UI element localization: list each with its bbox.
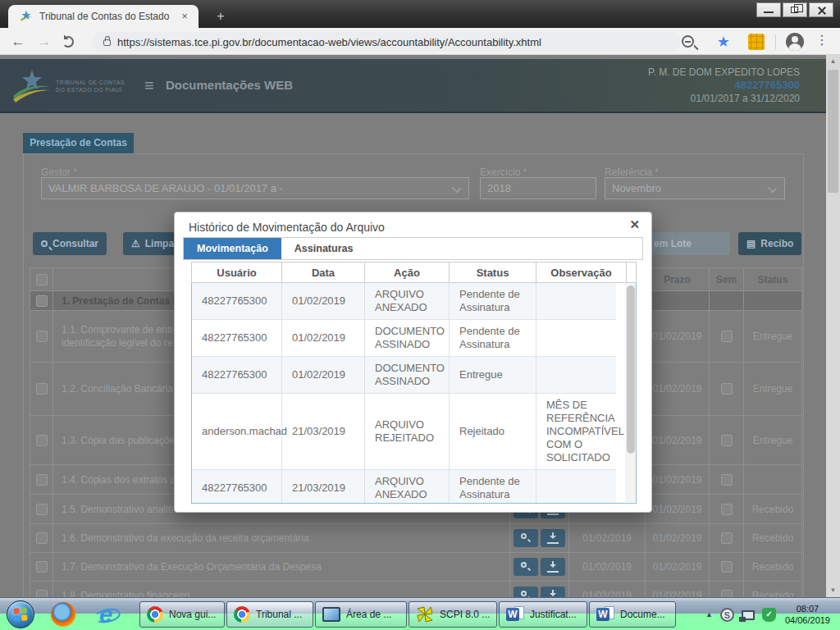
url-text: https://sistemas.tce.pi.gov.br/documenta… bbox=[117, 36, 541, 48]
system-tray: ▲ S ✓ 08:07 04/06/2019 bbox=[705, 598, 837, 630]
row-checkbox[interactable] bbox=[36, 295, 48, 307]
sem-checkbox[interactable] bbox=[721, 435, 733, 446]
exercicio-input[interactable]: 2018 bbox=[480, 177, 596, 199]
logo-caption: TRIBUNAL DE CONTAS DO ESTADO DO PIAUÍ bbox=[56, 79, 125, 94]
row-checkbox[interactable] bbox=[36, 331, 48, 342]
entity-code: 48227765300 bbox=[648, 79, 800, 92]
tab-close-icon[interactable]: × bbox=[177, 9, 192, 24]
view-file-button[interactable] bbox=[514, 587, 538, 598]
table-row[interactable]: 1.8. Demonstrativo financeiro 01/02/2019… bbox=[30, 582, 801, 597]
clock-date: 04/06/2019 bbox=[785, 614, 830, 626]
exercicio-label: Exercício * bbox=[480, 167, 527, 178]
row-checkbox[interactable] bbox=[36, 561, 48, 573]
scpi-pinwheel-icon bbox=[416, 605, 434, 623]
row-checkbox[interactable] bbox=[36, 590, 48, 598]
browser-toolbar: ← → https://sistemas.tce.pi.gov.br/docum… bbox=[0, 28, 840, 55]
hamburger-menu-icon[interactable]: ≡ bbox=[144, 76, 154, 95]
chrome-icon bbox=[234, 606, 250, 623]
scrollbar-thumb[interactable] bbox=[828, 70, 838, 193]
word-icon: W bbox=[596, 606, 614, 623]
row-checkbox[interactable] bbox=[36, 383, 48, 395]
windows-flag-icon bbox=[13, 607, 27, 621]
tab-movimentacao[interactable]: Movimentação bbox=[184, 238, 281, 259]
row-checkbox[interactable] bbox=[36, 474, 48, 486]
tab-title: Tribunal de Contas do Estado bbox=[39, 11, 177, 22]
table-row[interactable]: 1.7. Demonstrativo da Execução Orçamentá… bbox=[30, 553, 801, 582]
firefox-icon[interactable] bbox=[51, 602, 75, 627]
table-row[interactable]: 4822776530021/03/2019 ARQUIVO ANEXADOPen… bbox=[192, 470, 616, 504]
taskbar-item-tribunal[interactable]: Tribunal ... bbox=[226, 601, 313, 628]
window-minimize-button[interactable] bbox=[756, 2, 781, 17]
tab-prestacao-de-contas[interactable]: Prestação de Contas bbox=[23, 133, 134, 153]
toolbar-divider bbox=[775, 34, 776, 49]
modal-scrollbar-thumb[interactable] bbox=[627, 285, 635, 454]
extension-icon[interactable] bbox=[748, 34, 765, 50]
table-row[interactable]: 4822776530001/02/2019 DOCUMENTO ASSINADO… bbox=[192, 357, 616, 394]
bookmark-star-icon[interactable]: ★ bbox=[717, 33, 730, 51]
warning-icon: ⚠ bbox=[131, 238, 140, 249]
word-icon: W bbox=[506, 606, 524, 623]
referencia-select[interactable]: Novembro bbox=[605, 177, 785, 199]
modal-tabbar: Movimentação Assinaturas bbox=[183, 237, 643, 260]
sem-checkbox[interactable] bbox=[721, 474, 733, 486]
page-scrollbar[interactable]: ▲ ▼ bbox=[826, 55, 840, 597]
view-file-button[interactable] bbox=[514, 558, 538, 576]
sem-checkbox[interactable] bbox=[721, 383, 733, 395]
recibo-button[interactable]: ▤ Recibo bbox=[738, 232, 801, 255]
sem-checkbox[interactable] bbox=[721, 561, 733, 573]
window-restore-button[interactable] bbox=[783, 2, 807, 17]
sem-checkbox[interactable] bbox=[721, 590, 733, 598]
profile-avatar[interactable] bbox=[786, 33, 804, 51]
taskbar-clock[interactable]: 08:07 04/06/2019 bbox=[783, 603, 837, 626]
table-row[interactable]: 4822776530001/02/2019 ARQUIVO ANEXADOPen… bbox=[192, 283, 616, 320]
table-row[interactable]: anderson.machad21/03/2019 ARQUIVO REJEIT… bbox=[192, 394, 616, 470]
tce-logo bbox=[11, 65, 52, 106]
tab-assinaturas[interactable]: Assinaturas bbox=[281, 238, 367, 259]
gestor-select[interactable]: VALMIR BARBOSA DE ARAUJO - 01/01/2017 a … bbox=[41, 177, 469, 199]
taskbar-item-nova-guia[interactable]: Nova gui... bbox=[139, 601, 225, 628]
back-icon[interactable]: ← bbox=[8, 32, 28, 52]
row-checkbox[interactable] bbox=[36, 504, 48, 515]
reload-icon[interactable] bbox=[62, 36, 74, 48]
tray-s-icon[interactable]: S bbox=[720, 608, 734, 622]
taskbar-item-word-documento[interactable]: W Docume... bbox=[589, 601, 676, 628]
taskbar-item-word-justificativa[interactable]: W Justificat... bbox=[499, 601, 587, 628]
network-icon[interactable] bbox=[742, 610, 755, 620]
address-bar[interactable]: https://sistemas.tce.pi.gov.br/documenta… bbox=[92, 32, 681, 52]
entity-name: P. M. DE DOM EXPEDITO LOPES bbox=[648, 66, 800, 79]
scroll-down-icon[interactable]: ▼ bbox=[826, 584, 840, 597]
consultar-button[interactable]: Consultar bbox=[33, 232, 107, 255]
tray-expand-icon[interactable]: ▲ bbox=[705, 610, 713, 619]
browser-titlebar: Tribunal de Contas do Estado × + bbox=[0, 0, 840, 28]
search-icon bbox=[41, 240, 48, 247]
table-row[interactable]: 4822776530001/02/2019 DOCUMENTO ASSINADO… bbox=[192, 320, 616, 357]
browser-menu-icon[interactable]: ⋮ bbox=[815, 32, 829, 48]
taskbar-item-scpi[interactable]: SCPI 8.0 ... bbox=[409, 601, 497, 628]
view-file-button[interactable] bbox=[514, 529, 538, 547]
download-file-button[interactable] bbox=[541, 587, 565, 598]
zoom-icon[interactable] bbox=[682, 35, 694, 48]
sem-checkbox[interactable] bbox=[721, 504, 733, 515]
download-file-button[interactable] bbox=[541, 558, 565, 576]
taskbar-item-area-de-trabalho[interactable]: Área de ... bbox=[315, 601, 407, 628]
modal-close-icon[interactable]: ✕ bbox=[629, 217, 640, 232]
start-button[interactable] bbox=[7, 600, 34, 628]
window-close-button[interactable] bbox=[809, 2, 833, 17]
select-all-checkbox[interactable] bbox=[36, 274, 48, 285]
row-checkbox[interactable] bbox=[36, 532, 48, 544]
internet-explorer-icon[interactable]: e bbox=[94, 602, 118, 627]
sem-checkbox[interactable] bbox=[721, 331, 733, 342]
sem-checkbox[interactable] bbox=[721, 532, 733, 544]
movimentacao-table: Usuário Data Ação Status Observação 4822… bbox=[191, 262, 637, 504]
browser-tab[interactable]: Tribunal de Contas do Estado × bbox=[8, 5, 199, 28]
scroll-up-icon[interactable]: ▲ bbox=[826, 55, 840, 68]
table-row[interactable]: 1.6. Demonstrativo da execução da receit… bbox=[30, 524, 801, 553]
movimentacao-table-body: 4822776530001/02/2019 ARQUIVO ANEXADOPen… bbox=[191, 283, 637, 504]
modal-scrollbar[interactable] bbox=[625, 283, 636, 502]
chrome-icon bbox=[147, 606, 163, 623]
row-checkbox[interactable] bbox=[36, 435, 48, 446]
forward-icon: → bbox=[34, 32, 54, 52]
new-tab-button[interactable]: + bbox=[210, 8, 231, 25]
security-shield-icon[interactable]: ✓ bbox=[762, 608, 776, 622]
download-file-button[interactable] bbox=[541, 529, 565, 547]
